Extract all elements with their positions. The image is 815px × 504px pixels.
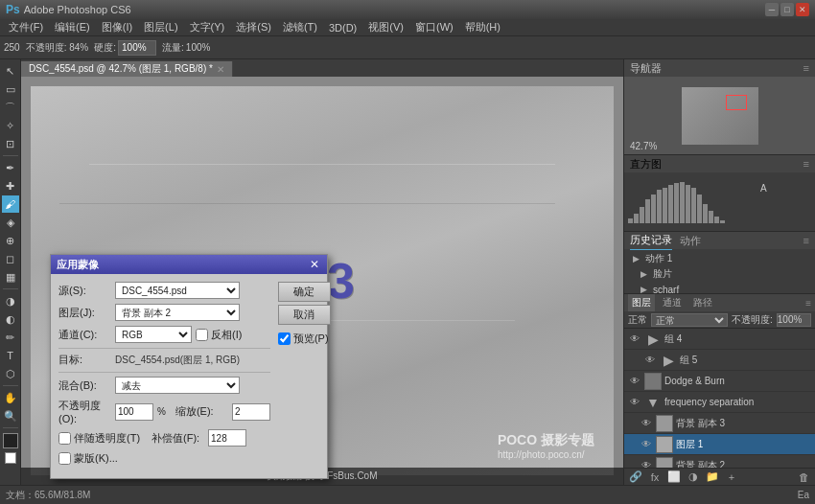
gradient-tool[interactable]: ▦ — [2, 268, 19, 286]
dodge-tool[interactable]: ◐ — [2, 310, 19, 328]
lasso-tool[interactable]: ⌒ — [2, 99, 19, 116]
dialog-close-button[interactable]: ✕ — [308, 258, 321, 271]
history-tab-actions[interactable]: 动作 — [680, 232, 701, 250]
preview-checkbox[interactable] — [278, 332, 291, 345]
pen-tool[interactable]: ✏ — [2, 329, 19, 346]
menu-3d[interactable]: 3D(D) — [324, 21, 361, 34]
shape-tool[interactable]: ⬡ — [2, 365, 19, 382]
quick-select-tool[interactable]: ✧ — [2, 117, 19, 134]
canvas-content[interactable]: 834963 POCO 摄影专题 http://photo.poco.cn/ 实… — [21, 77, 623, 485]
eraser-tool[interactable]: ◻ — [2, 250, 19, 267]
menu-select[interactable]: 选择(S) — [231, 19, 276, 35]
clone-stamp-tool[interactable]: ◈ — [2, 214, 19, 231]
maximize-button[interactable]: □ — [780, 3, 794, 16]
blur-tool[interactable]: ◑ — [2, 292, 19, 309]
background-color[interactable] — [5, 452, 16, 464]
minimize-button[interactable]: ─ — [765, 3, 779, 16]
layers-menu-icon[interactable]: ≡ — [805, 298, 811, 309]
offset-input[interactable] — [208, 429, 246, 447]
layer-vis-icon[interactable]: 👁 — [628, 375, 641, 388]
layer-vis-icon[interactable]: 👁 — [628, 332, 641, 346]
menu-edit[interactable]: 编辑(E) — [50, 19, 95, 35]
history-item-scharf[interactable]: ▶ scharf — [626, 282, 813, 293]
layer-new-button[interactable]: + — [724, 470, 739, 484]
history-tab-history[interactable]: 历史记录 — [630, 232, 672, 250]
histogram-menu-icon[interactable]: ≡ — [803, 158, 809, 170]
zoom-tool[interactable]: 🔍 — [2, 407, 19, 424]
layer-vis-icon[interactable]: 👁 — [628, 396, 641, 409]
menu-type[interactable]: 文字(Y) — [185, 19, 230, 35]
navigator-menu-icon[interactable]: ≡ — [803, 62, 809, 74]
preview-checkbox-label: 预览(P) — [278, 332, 331, 346]
foreground-color[interactable] — [3, 433, 18, 448]
menu-layer[interactable]: 图层(L) — [139, 19, 182, 35]
dialog-title-bar[interactable]: 应用蒙像 ✕ — [51, 255, 327, 274]
menu-filter[interactable]: 滤镜(T) — [278, 19, 322, 35]
layers-tab-channels[interactable]: 通道 — [659, 294, 686, 311]
history-brush-tool[interactable]: ⊕ — [2, 232, 19, 249]
opacity-input-layers[interactable] — [777, 313, 811, 327]
history-panel: 历史记录 动作 ≡ ▶ 动作 1 ▶ 脸片 ▶ scharf — [624, 232, 815, 293]
dialog-cancel-button[interactable]: 取消 — [278, 305, 331, 325]
layer-bg-copy2[interactable]: 👁 背景 副本 2 — [624, 455, 815, 468]
source-select[interactable]: DSC_4554.psd — [115, 282, 240, 299]
layer-vis-icon[interactable]: 👁 — [640, 438, 653, 451]
history-menu-icon[interactable]: ≡ — [803, 235, 809, 246]
history-content[interactable]: ▶ 动作 1 ▶ 脸片 ▶ scharf ▶ auto1 ▼ autoski — [624, 249, 815, 293]
close-button[interactable]: ✕ — [796, 3, 809, 16]
colorize-checkbox[interactable] — [58, 452, 71, 465]
status-right: Ea — [798, 490, 809, 500]
move-tool[interactable]: ↖ — [2, 62, 19, 80]
marquee-tool[interactable]: ▭ — [2, 80, 19, 98]
blend-select[interactable]: 减去 — [115, 377, 240, 394]
channel-select[interactable]: RGB — [115, 326, 192, 343]
layer-thumb-bg2 — [656, 457, 673, 469]
layer-adj-button[interactable]: ◑ — [686, 470, 701, 484]
title-bar: Ps Adobe Photoshop CS6 ─ □ ✕ — [0, 0, 815, 19]
tab-close-icon[interactable]: ✕ — [217, 64, 224, 75]
menu-image[interactable]: 图像(I) — [97, 19, 137, 35]
crop-tool[interactable]: ⊡ — [2, 135, 19, 152]
layer-layer1[interactable]: 👁 图层 1 — [624, 434, 815, 455]
blend-mode-select[interactable]: 正常 — [651, 313, 728, 327]
eyedropper-tool[interactable]: ✒ — [2, 159, 19, 176]
layer-vis-icon[interactable]: 👁 — [640, 417, 653, 430]
tool-separator-1 — [3, 155, 18, 156]
layer-group4[interactable]: 👁 ▶ 组 4 — [624, 329, 815, 350]
layer-mask-button[interactable]: ⬜ — [666, 470, 682, 484]
layer-delete-button[interactable]: 🗑 — [796, 470, 811, 484]
healing-tool[interactable]: ✚ — [2, 177, 19, 195]
hand-tool[interactable]: ✋ — [2, 389, 19, 406]
layers-tab-layers[interactable]: 图层 — [628, 294, 655, 311]
menu-window[interactable]: 窗口(W) — [410, 19, 458, 35]
brush-tool[interactable]: 🖌 — [2, 195, 19, 213]
text-tool[interactable]: T — [2, 347, 19, 364]
layer-fx-button[interactable]: fx — [647, 470, 663, 484]
history-item-lian[interactable]: ▶ 脸片 — [626, 266, 813, 282]
layers-tab-paths[interactable]: 路径 — [689, 294, 716, 311]
menu-file[interactable]: 文件(F) — [4, 19, 48, 35]
colorize-checkbox-label: 蒙版(K)... — [58, 451, 118, 466]
svg-rect-10 — [686, 185, 690, 223]
status-coords: Ea — [798, 490, 809, 500]
dialog-ok-button[interactable]: 确定 — [278, 282, 331, 302]
layer-link-button[interactable]: 🔗 — [628, 470, 643, 484]
menu-view[interactable]: 视图(V) — [363, 19, 408, 35]
layer-group-button[interactable]: 📁 — [705, 470, 720, 484]
layer-vis-icon[interactable]: 👁 — [643, 354, 657, 367]
layer-bg-copy3[interactable]: 👁 背景 副本 3 — [624, 413, 815, 434]
layer-group5[interactable]: 👁 ▶ 组 5 — [624, 350, 815, 371]
menu-help[interactable]: 帮助(H) — [460, 19, 505, 35]
mask-checkbox[interactable] — [58, 432, 71, 445]
history-item-action1[interactable]: ▶ 动作 1 — [626, 251, 813, 266]
scale-input[interactable] — [232, 403, 270, 421]
canvas-tab[interactable]: DSC_4554.psd @ 42.7% (图层 1, RGB/8) * ✕ — [21, 61, 233, 77]
layer-vis-icon[interactable]: 👁 — [640, 459, 653, 469]
layer-freq-sep[interactable]: 👁 ▼ frequency separation — [624, 392, 815, 413]
layer-dodge-burn[interactable]: 👁 Dodge & Burn — [624, 371, 815, 392]
layer-select[interactable]: 背景 副本 2 — [115, 304, 240, 321]
invert-checkbox[interactable] — [196, 329, 208, 341]
hardness-input[interactable] — [118, 40, 156, 56]
navigator-panel: 导航器 ≡ 42.7% — [624, 59, 815, 155]
opacity-input[interactable] — [115, 403, 153, 421]
